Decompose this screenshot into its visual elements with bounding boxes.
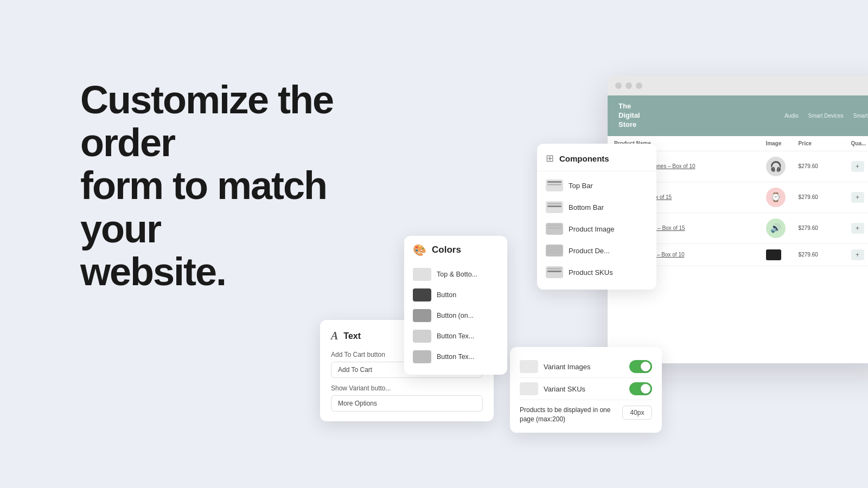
product-img-1: 🎧 [766,157,786,176]
hero-title: Customize the order form to match your w… [80,79,395,293]
product-price-4: $279.60 [792,243,845,266]
colors-thumb-button-on [413,309,431,322]
browser-dot-green [636,82,642,89]
qty-btn-2[interactable]: + [851,192,864,203]
col-qty: Qua... [845,136,868,151]
colors-label-top-bottom: Top & Botto... [437,271,477,278]
colors-thumb-button-text2 [413,350,431,363]
colors-thumb-button-text1 [413,330,431,343]
variant-skus-thumb [520,382,538,395]
browser-dot-red [615,82,622,89]
products-per-page-label: Products to be displayed in one page (ma… [520,406,612,424]
colors-label-button-text2: Button Tex... [437,353,474,361]
variant-images-toggle[interactable] [629,360,652,373]
components-title: Components [559,154,609,163]
variant-images-row: Variant Images [520,356,652,378]
store-header: The Digital Store Audio Smart Devices Sm… [608,95,868,136]
component-label-product-image: Product Image [569,225,615,233]
toggle-knob-images [641,362,650,371]
component-thumb-top-bar [546,179,563,191]
product-price-3: $279.60 [792,213,845,243]
component-label-bottom-bar: Bottom Bar [569,203,604,211]
component-product-skus[interactable]: Product SKUs [537,261,656,283]
component-label-product-skus: Product SKUs [569,268,613,277]
browser-titlebar [608,76,868,95]
col-price: Price [792,136,845,151]
text-icon: A [331,330,338,342]
nav-smart-devices: Smart Devices [808,113,844,119]
colors-title: Colors [432,245,461,255]
product-price-2: $279.60 [792,182,845,213]
component-thumb-product-description [546,245,563,256]
product-img-3: 🔊 [766,219,786,238]
component-top-bar[interactable]: Top Bar [537,175,656,196]
text-panel-title: Text [343,331,361,341]
component-label-top-bar: Top Bar [569,182,593,190]
toggle-knob-skus [641,384,650,394]
product-price-1: $279.60 [792,151,845,182]
products-per-page-input[interactable] [622,406,652,420]
colors-top-bottom[interactable]: Top & Botto... [413,264,499,285]
component-product-description[interactable]: Product De... [537,240,656,261]
components-header: ⊞ Components [537,150,656,171]
components-icon: ⊞ [546,152,554,164]
colors-label-button-on: Button (on... [437,312,474,319]
variant-skus-toggle[interactable] [629,382,652,395]
variant-images-thumb [520,360,538,373]
product-img-4 [766,249,781,260]
colors-header: 🎨 Colors [413,243,499,256]
show-variant-label: Show Variant butto... [331,384,483,392]
component-thumb-product-image [546,223,563,235]
products-per-page-row: Products to be displayed in one page (ma… [520,400,652,424]
colors-label-button: Button [437,291,456,299]
colors-button-text2[interactable]: Button Tex... [413,346,499,367]
component-product-image[interactable]: Product Image [537,218,656,240]
col-image: Image [760,136,792,151]
variant-images-label: Variant Images [544,363,590,371]
colors-thumb-button [413,288,431,301]
variant-skus-label: Variant SKUs [544,385,585,393]
variant-skus-row: Variant SKUs [520,378,652,400]
component-bottom-bar[interactable]: Bottom Bar [537,196,656,218]
store-nav: Audio Smart Devices Smart Dev [784,113,868,119]
browser-dot-yellow [626,82,632,89]
component-label-product-description: Product De... [569,247,610,255]
colors-button-on[interactable]: Button (on... [413,305,499,326]
qty-btn-3[interactable]: + [851,223,864,234]
show-variant-input[interactable] [331,395,483,412]
components-panel: ⊞ Components Top Bar Bottom Bar Product … [537,144,656,290]
qty-btn-4[interactable]: + [851,249,864,260]
qty-btn-1[interactable]: + [851,161,864,172]
variants-panel: Variant Images Variant SKUs Products to … [510,347,662,433]
component-thumb-product-skus [546,266,563,278]
nav-smart-dev: Smart Dev [853,113,868,119]
product-img-2: ⌚ [766,188,786,207]
store-logo: The Digital Store [618,102,640,130]
colors-button[interactable]: Button [413,285,499,305]
colors-thumb-top-bottom [413,268,431,281]
colors-panel: 🎨 Colors Top & Botto... Button Button (o… [404,236,507,375]
nav-audio: Audio [784,113,799,119]
palette-icon: 🎨 [413,243,426,256]
component-thumb-bottom-bar [546,201,563,213]
hero-section: Customize the order form to match your w… [80,79,395,293]
colors-button-text1[interactable]: Button Tex... [413,326,499,346]
colors-label-button-text1: Button Tex... [437,332,474,340]
